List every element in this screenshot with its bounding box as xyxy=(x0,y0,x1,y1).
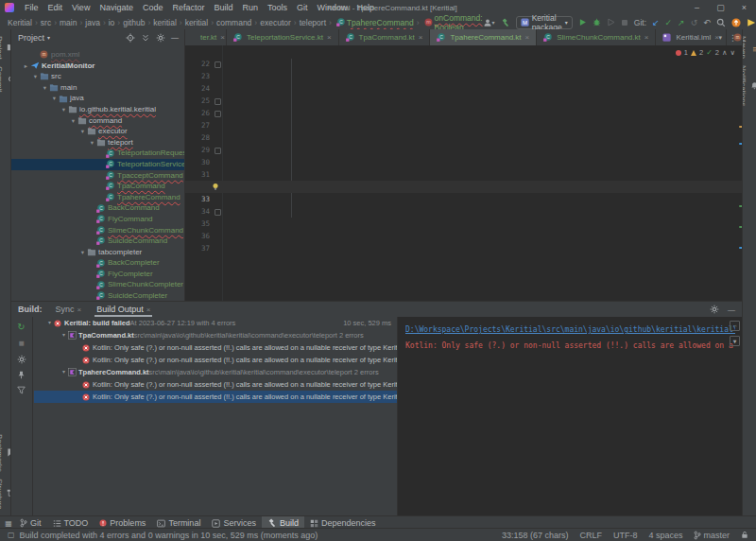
close-icon[interactable]: × xyxy=(220,33,225,42)
close-icon[interactable]: × xyxy=(644,33,649,42)
editor-tab[interactable]: C TpaCommand.kt × xyxy=(339,29,431,45)
breadcrumb-item[interactable]: teleport xyxy=(291,18,326,27)
status-message[interactable]: Build completed with 4 errors and 0 warn… xyxy=(20,531,318,540)
tree-item[interactable]: C SuicideCommand xyxy=(10,236,184,247)
fold-marker-icon[interactable] xyxy=(215,209,221,216)
gear-icon[interactable] xyxy=(156,33,165,43)
status-widget[interactable]: CRLF xyxy=(579,531,602,540)
build-settings-icon[interactable] xyxy=(17,355,26,364)
git-history-button[interactable]: ↺ xyxy=(691,18,698,27)
build-output-row[interactable]: ▾ Keritial: build failed At 2023-06-27 1… xyxy=(34,317,397,329)
editor-line[interactable]: 30 xyxy=(185,144,743,156)
search-everywhere-button[interactable] xyxy=(716,18,726,27)
menu-item[interactable]: Tools xyxy=(263,3,292,12)
tree-arrow-icon[interactable]: ▾ xyxy=(78,126,87,137)
lock-icon[interactable] xyxy=(741,531,748,539)
intention-bulb-icon[interactable] xyxy=(212,183,219,191)
minimize-button[interactable]: – xyxy=(685,3,709,12)
console-line[interactable]: D:\Workspace\Projects\Keritial\src\main\… xyxy=(405,322,735,338)
breadcrumb-item[interactable]: keritial xyxy=(145,18,176,27)
tree-arrow-icon[interactable]: ▸ xyxy=(22,61,30,72)
breadcrumb-item[interactable]: github xyxy=(114,18,145,27)
editor-line[interactable]: 32 xyxy=(185,168,743,181)
breadcrumb-item[interactable]: io xyxy=(100,18,114,27)
editor-line[interactable]: 36 xyxy=(185,218,743,230)
tree-arrow-icon[interactable]: ▾ xyxy=(50,93,59,104)
tree-arrow-icon[interactable]: ▾ xyxy=(60,329,68,341)
tree-arrow-icon[interactable]: ▾ xyxy=(41,82,49,94)
breadcrumb-item[interactable]: src xyxy=(32,18,51,27)
breadcrumb-class[interactable]: C TpahereCommand xyxy=(329,18,414,27)
breadcrumb-item[interactable]: java xyxy=(77,18,99,27)
scroll-to-end-icon[interactable]: ▼ xyxy=(730,336,740,346)
soft-wrap-icon[interactable]: ⏎ xyxy=(730,321,740,331)
console-line[interactable]: Kotlin: Only safe (?.) or non-null asser… xyxy=(405,338,735,354)
tree-item[interactable]: C SlimeChunkCommand xyxy=(10,225,184,236)
git-update-button[interactable]: ↙ xyxy=(652,18,660,27)
menu-item[interactable]: Run xyxy=(237,3,263,12)
menu-item[interactable]: View xyxy=(67,3,94,12)
git-push-button[interactable]: ↗ xyxy=(678,18,685,27)
pin-icon[interactable] xyxy=(17,371,26,379)
close-icon[interactable]: × xyxy=(419,33,423,42)
build-output-row[interactable]: ▾ TpaCommand.kt src\main\java\io\github\… xyxy=(34,329,397,341)
fold-marker-icon[interactable] xyxy=(215,98,221,105)
debug-button[interactable] xyxy=(593,18,601,26)
code-editor[interactable]: 22 23 24 xyxy=(185,45,743,301)
project-panel-title[interactable]: Project xyxy=(18,33,44,43)
menu-item[interactable]: File xyxy=(20,3,43,12)
tree-item[interactable]: C FlyCompleter xyxy=(10,269,184,280)
close-icon[interactable]: × xyxy=(77,305,82,314)
toolwindow-stripe-button[interactable]: Project xyxy=(0,36,11,60)
chevron-down-icon[interactable]: ▾ xyxy=(718,34,722,42)
tree-item[interactable]: C SuicideCompleter xyxy=(10,290,184,301)
fold-marker-icon[interactable] xyxy=(215,148,221,154)
editor-line[interactable]: 37 xyxy=(185,230,743,242)
next-problem-icon[interactable]: ∨ xyxy=(730,48,736,57)
toolwindow-stripe-button[interactable]: Commit xyxy=(0,66,11,93)
menu-item[interactable]: Git xyxy=(292,3,313,12)
build-tab[interactable]: Sync × xyxy=(54,302,84,317)
chevron-down-icon[interactable]: ▾ xyxy=(47,34,50,41)
stop-button[interactable] xyxy=(621,19,628,26)
collapse-all-icon[interactable] xyxy=(141,33,150,43)
tree-arrow-icon[interactable]: ▾ xyxy=(60,366,68,378)
tree-item[interactable]: ▾ command xyxy=(10,115,184,127)
build-project-button[interactable] xyxy=(501,18,510,27)
editor-tab[interactable]: C SlimeChunkCommand.kt × xyxy=(537,29,656,45)
build-output-row[interactable]: Kotlin: Only safe (?.) or non-null asser… xyxy=(34,341,397,354)
gradient-badge-icon[interactable] xyxy=(747,18,756,27)
close-button[interactable]: × xyxy=(732,3,756,12)
breadcrumb-item[interactable]: executor xyxy=(251,18,290,27)
tree-item[interactable]: C BackCompleter xyxy=(10,257,184,269)
tree-arrow-icon[interactable]: ▾ xyxy=(45,317,54,329)
toolwindow-stripe-button[interactable]: Notifications xyxy=(742,65,756,107)
build-output-row[interactable]: ▾ TpahereCommand.kt src\main\java\io\git… xyxy=(34,366,397,378)
git-commit-button[interactable]: ✓ xyxy=(665,18,673,27)
editor-tab[interactable]: ter.kt × xyxy=(185,29,227,45)
build-output-row[interactable]: Kotlin: Only safe (?.) or non-null asser… xyxy=(34,391,397,403)
editor-tab[interactable]: C TeleportationService.kt × xyxy=(227,29,339,45)
rerun-build-icon[interactable]: ↻ xyxy=(17,323,25,332)
stop-build-icon[interactable]: ■ xyxy=(18,339,24,348)
tree-item[interactable]: C TpahereCommand xyxy=(10,192,184,203)
tree-item[interactable]: C TpaCommand xyxy=(10,181,184,192)
tree-arrow-icon[interactable]: ▾ xyxy=(69,115,77,127)
menu-item[interactable]: Edit xyxy=(43,3,68,12)
close-icon[interactable]: × xyxy=(327,33,332,42)
coverage-button[interactable] xyxy=(607,18,615,26)
breadcrumb-item[interactable]: command xyxy=(208,18,251,27)
toolwindow-switcher-icon[interactable]: ▦ xyxy=(3,519,14,528)
prev-problem-icon[interactable]: ∧ xyxy=(722,48,728,57)
tree-item[interactable]: C BackCommand xyxy=(10,202,184,214)
tree-item[interactable]: C TpacceptCommand xyxy=(10,170,184,182)
toolwindow-stripe-button[interactable]: m Maven xyxy=(742,36,756,59)
editor-line[interactable]: 34 xyxy=(185,193,743,205)
git-branch-widget[interactable]: master xyxy=(694,531,730,540)
editor-line[interactable]: 24 xyxy=(185,70,743,82)
tree-arrow-icon[interactable]: ▾ xyxy=(88,137,96,148)
status-widget[interactable]: UTF-8 xyxy=(613,531,638,540)
editor-line[interactable]: 35 xyxy=(185,205,743,218)
fold-marker-icon[interactable] xyxy=(215,111,221,117)
tree-item[interactable]: ▾ executor xyxy=(10,126,184,137)
